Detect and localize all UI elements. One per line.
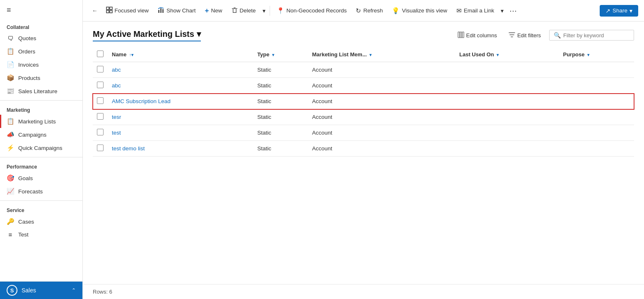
row-checkbox-5[interactable] — [97, 145, 104, 151]
cell-type-5: Static — [253, 141, 308, 157]
delete-button[interactable]: Delete — [227, 5, 260, 17]
forecasts-icon: 📈 — [7, 188, 14, 195]
edit-filters-button[interactable]: Edit filters — [505, 30, 544, 41]
list-title-chevron-icon[interactable]: ▾ — [197, 29, 201, 39]
row-checkbox-4[interactable] — [97, 129, 104, 135]
sidebar-item-test[interactable]: ≡ Test — [0, 228, 82, 241]
cell-purpose-4 — [559, 125, 634, 141]
select-all-checkbox[interactable] — [97, 51, 104, 57]
row-checkbox-1[interactable] — [97, 82, 104, 88]
focused-view-button[interactable]: Focused view — [102, 4, 153, 17]
sidebar-item-campaigns[interactable]: 📣 Campaigns — [0, 128, 82, 141]
sidebar-item-sales-literature[interactable]: 📰 Sales Literature — [0, 84, 82, 98]
row-checkbox-3[interactable] — [97, 113, 104, 120]
sales-nav-bottom[interactable]: S Sales ⌃ — [0, 281, 82, 299]
table-row: tesr Static Account — [93, 109, 634, 125]
header-name[interactable]: Name ↑▾ — [108, 47, 253, 62]
cell-luo-4 — [455, 125, 559, 141]
svg-rect-8 — [234, 7, 236, 8]
cell-luo-1 — [455, 78, 559, 94]
row-name-link-2[interactable]: AMC Subscription Lead — [112, 98, 171, 104]
quick-campaigns-icon: ⚡ — [7, 144, 14, 152]
refresh-label: Refresh — [363, 7, 383, 14]
back-button[interactable]: ← — [89, 5, 101, 16]
share-chevron-icon: ▾ — [630, 7, 632, 14]
filter-keyword-input[interactable] — [563, 32, 630, 39]
svg-rect-6 — [162, 9, 164, 13]
sidebar-item-label: Campaigns — [18, 132, 46, 138]
email-link-button[interactable]: ✉ Email a Link — [452, 5, 499, 17]
cell-type-3: Static — [253, 109, 308, 125]
sidebar-item-goals[interactable]: 🎯 Goals — [0, 171, 82, 185]
sidebar-item-quick-campaigns[interactable]: ⚡ Quick Campaigns — [0, 141, 82, 154]
cell-name-3: tesr — [108, 109, 253, 125]
row-checkbox-2[interactable] — [97, 97, 104, 104]
sidebar-item-products[interactable]: 📦 Products — [0, 71, 82, 84]
header-purpose-label: Purpose — [563, 51, 584, 58]
non-geocoded-label: Non-Geocoded Records — [287, 7, 347, 14]
non-geocoded-icon: 📍 — [277, 7, 285, 14]
cell-mlm-5: Account — [308, 141, 455, 157]
header-type[interactable]: Type ▾ — [253, 47, 308, 62]
table-row: AMC Subscription Lead Static Account — [93, 94, 634, 109]
sidebar-section-service: Service — [0, 203, 82, 215]
row-checkbox-0[interactable] — [97, 66, 104, 72]
edit-columns-icon — [458, 31, 464, 39]
row-name-link-3[interactable]: tesr — [112, 114, 121, 120]
toolbar-divider-1 — [270, 6, 270, 16]
svg-rect-0 — [106, 7, 109, 10]
row-name-link-5[interactable]: test demo list — [112, 145, 145, 152]
sidebar-item-marketing-lists[interactable]: 📋 Marketing Lists — [0, 115, 82, 128]
header-mlm-label: Marketing List Mem... — [312, 51, 367, 58]
sidebar-item-label: Forecasts — [18, 188, 43, 195]
hamburger-button[interactable]: ≡ — [0, 0, 82, 20]
cell-mlm-3: Account — [308, 109, 455, 125]
sidebar-item-invoices[interactable]: 📄 Invoices — [0, 58, 82, 71]
delete-dropdown-button[interactable]: ▾ — [261, 5, 267, 17]
list-header: My Active Marketing Lists ▾ Edit columns — [93, 29, 634, 41]
sales-literature-icon: 📰 — [7, 87, 14, 95]
non-geocoded-button[interactable]: 📍 Non-Geocoded Records — [273, 5, 351, 17]
cell-purpose-2 — [559, 94, 634, 109]
edit-columns-label: Edit columns — [466, 32, 497, 39]
sidebar-item-cases[interactable]: 🔑 Cases — [0, 215, 82, 228]
header-name-label: Name — [112, 51, 126, 58]
cell-type-2: Static — [253, 94, 308, 109]
more-options-button[interactable]: ⋯ — [506, 5, 520, 17]
visualize-label: Visualize this view — [402, 7, 447, 14]
new-button[interactable]: + New — [201, 4, 227, 17]
sidebar-item-label: Orders — [18, 48, 35, 55]
sidebar-item-forecasts[interactable]: 📈 Forecasts — [0, 185, 82, 198]
row-name-link-0[interactable]: abc — [112, 67, 121, 73]
marketing-lists-icon: 📋 — [7, 118, 14, 125]
row-name-link-1[interactable]: abc — [112, 82, 121, 89]
header-marketing-list-mem[interactable]: Marketing List Mem... ▾ — [308, 47, 455, 62]
sidebar-item-orders[interactable]: 📋 Orders — [0, 45, 82, 58]
orders-icon: 📋 — [7, 48, 14, 55]
show-chart-button[interactable]: Show Chart — [154, 4, 200, 17]
cell-purpose-5 — [559, 141, 634, 157]
share-button[interactable]: ↗ Share ▾ — [600, 5, 638, 17]
list-title: My Active Marketing Lists ▾ — [93, 29, 201, 41]
name-sort-icon: ↑▾ — [129, 53, 133, 57]
sales-label: Sales — [22, 287, 36, 294]
cell-name-1: abc — [108, 78, 253, 94]
row-checkbox-cell — [93, 109, 108, 125]
header-last-used-on[interactable]: Last Used On ▾ — [455, 47, 559, 62]
svg-rect-4 — [158, 10, 159, 13]
svg-rect-7 — [232, 8, 237, 9]
sidebar: ≡ Collateral 🗨 Quotes 📋 Orders 📄 Invoice… — [0, 0, 83, 299]
sidebar-item-label: Marketing Lists — [18, 118, 56, 125]
table-header-row: Name ↑▾ Type ▾ Marketing List Mem... ▾ L… — [93, 47, 634, 62]
edit-columns-button[interactable]: Edit columns — [454, 30, 500, 41]
visualize-button[interactable]: 💡 Visualize this view — [388, 5, 451, 17]
sidebar-item-quotes[interactable]: 🗨 Quotes — [0, 32, 82, 45]
header-purpose[interactable]: Purpose ▾ — [559, 47, 634, 62]
email-link-dropdown-button[interactable]: ▾ — [499, 5, 505, 17]
refresh-button[interactable]: ↻ Refresh — [352, 5, 387, 17]
email-link-icon: ✉ — [456, 7, 462, 14]
content-footer: Rows: 6 — [83, 284, 644, 299]
row-name-link-4[interactable]: test — [112, 130, 121, 136]
svg-rect-13 — [460, 32, 462, 38]
svg-rect-12 — [458, 32, 460, 38]
